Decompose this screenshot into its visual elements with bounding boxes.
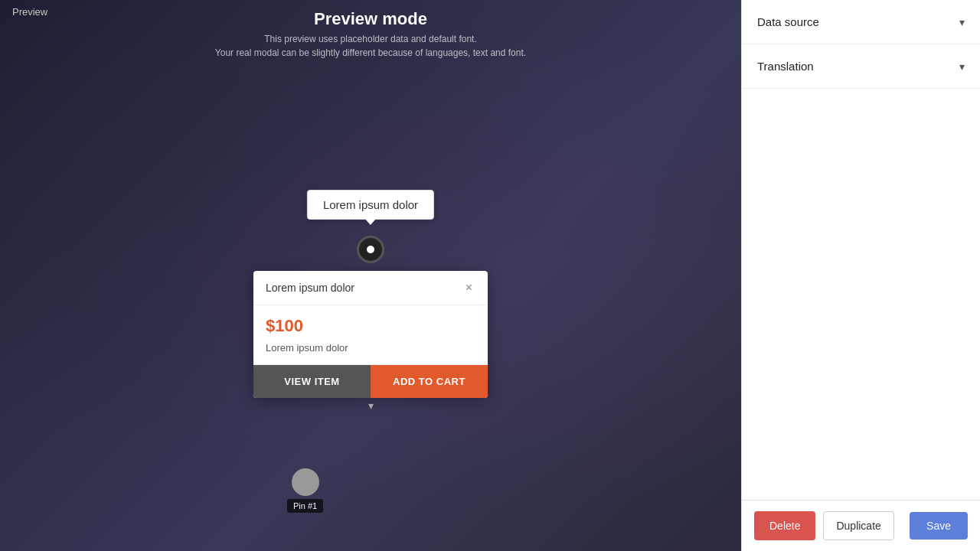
- preview-area: Preview Preview mode This preview uses p…: [0, 0, 741, 551]
- duplicate-button[interactable]: Duplicate: [823, 511, 893, 540]
- modal-title: Lorem ipsum dolor: [266, 282, 354, 294]
- view-item-button[interactable]: VIEW ITEM: [253, 365, 371, 398]
- modal-price: $100: [266, 316, 475, 336]
- save-button[interactable]: Save: [910, 512, 968, 540]
- pin-bottom[interactable]: Pin #1: [287, 468, 323, 513]
- translation-chevron-icon: ▾: [959, 60, 965, 73]
- modal-description: Lorem ipsum dolor: [266, 342, 475, 354]
- translation-label: Translation: [757, 60, 814, 73]
- pin-label: Pin #1: [287, 499, 323, 513]
- pin-circle-inner: [367, 246, 374, 253]
- data-source-row[interactable]: Data source ▾: [742, 0, 980, 44]
- panel-spacer: [742, 89, 980, 500]
- right-panel: Data source ▾ Translation ▾ Delete Dupli…: [741, 0, 980, 551]
- footer-left-buttons: Delete Duplicate: [754, 511, 894, 540]
- modal-close-button[interactable]: ×: [462, 280, 475, 295]
- data-source-chevron-icon: ▾: [959, 16, 965, 28]
- translation-row[interactable]: Translation ▾: [742, 44, 980, 88]
- delete-button[interactable]: Delete: [754, 511, 815, 540]
- modal-chevron-icon: ▾: [368, 399, 374, 412]
- add-to-cart-button[interactable]: ADD TO CART: [371, 365, 488, 398]
- pin-avatar: [292, 468, 319, 496]
- preview-subtitle-line1: This preview uses placeholder data and d…: [15, 32, 726, 46]
- modal-header: Lorem ipsum dolor ×: [253, 271, 488, 305]
- preview-subtitle-line2: Your real modal can be slightly differen…: [15, 46, 726, 60]
- modal-card: Lorem ipsum dolor × $100 Lorem ipsum dol…: [253, 271, 488, 398]
- tooltip-bubble[interactable]: Lorem ipsum dolor: [307, 190, 434, 220]
- preview-mode-title: Preview mode: [15, 9, 726, 29]
- panel-footer: Delete Duplicate Save: [742, 500, 980, 551]
- tooltip-text: Lorem ipsum dolor: [323, 198, 418, 211]
- pin-circle[interactable]: [357, 236, 384, 263]
- modal-body: $100 Lorem ipsum dolor: [253, 305, 488, 364]
- translation-section: Translation ▾: [742, 44, 980, 89]
- modal-footer: VIEW ITEM ADD TO CART: [253, 364, 488, 398]
- preview-header: Preview mode This preview uses placehold…: [0, 0, 741, 69]
- data-source-section: Data source ▾: [742, 0, 980, 44]
- data-source-label: Data source: [757, 15, 819, 28]
